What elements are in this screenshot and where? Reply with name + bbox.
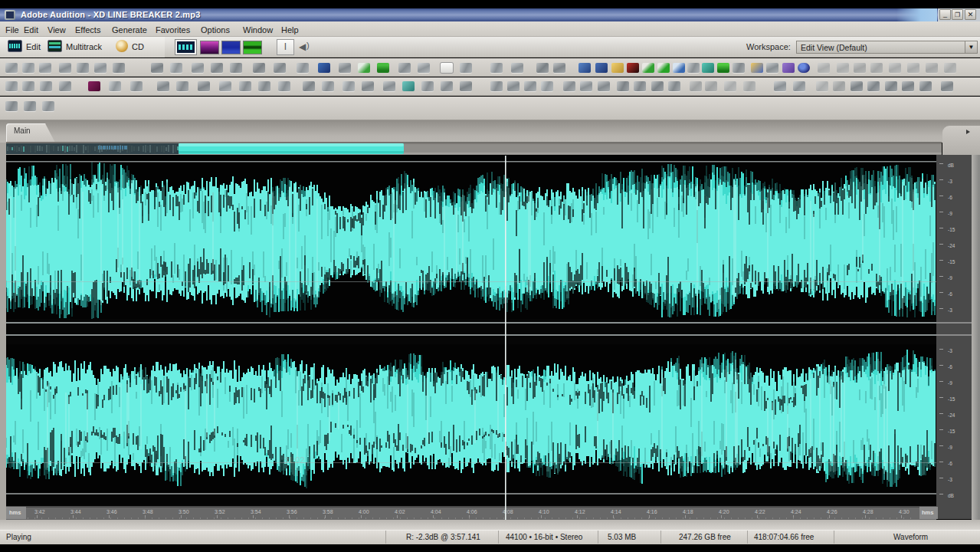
- svg-text:4:02: 4:02: [395, 509, 405, 514]
- svg-text:dB: dB: [948, 493, 954, 498]
- svg-text:-3: -3: [948, 179, 952, 184]
- svg-text:3:48: 3:48: [143, 509, 153, 514]
- svg-text:3:50: 3:50: [179, 509, 189, 514]
- svg-text:-24: -24: [948, 412, 955, 418]
- svg-text:-15: -15: [948, 227, 955, 232]
- svg-text:3:52: 3:52: [215, 509, 225, 514]
- svg-text:3:58: 3:58: [323, 509, 333, 514]
- svg-text:4:08: 4:08: [503, 509, 513, 514]
- svg-text:3:54: 3:54: [251, 509, 261, 514]
- svg-text:4:22: 4:22: [755, 509, 765, 514]
- svg-text:-3: -3: [948, 477, 952, 482]
- svg-text:-15: -15: [948, 259, 955, 264]
- svg-text:hms: hms: [922, 509, 933, 516]
- svg-text:3:44: 3:44: [70, 509, 81, 514]
- svg-text:3:56: 3:56: [287, 509, 297, 514]
- svg-text:4:00: 4:00: [359, 509, 369, 514]
- svg-text:-9: -9: [948, 380, 952, 386]
- svg-text:-3: -3: [948, 307, 952, 313]
- svg-text:-6: -6: [948, 195, 952, 200]
- svg-text:3:46: 3:46: [107, 509, 117, 514]
- svg-text:4:26: 4:26: [827, 509, 837, 514]
- svg-text:-9: -9: [948, 275, 952, 281]
- svg-text:31:02: 31:02: [284, 455, 305, 465]
- svg-text:-6: -6: [948, 291, 952, 297]
- svg-text:-15: -15: [948, 429, 955, 434]
- svg-text:4:18: 4:18: [683, 509, 693, 514]
- svg-text:4:30: 4:30: [899, 509, 910, 514]
- svg-text:-3: -3: [948, 348, 952, 353]
- svg-text:-15: -15: [948, 396, 955, 402]
- svg-text:4:10: 4:10: [539, 509, 549, 514]
- svg-text:4:12: 4:12: [575, 509, 585, 514]
- svg-text:-6: -6: [948, 364, 952, 370]
- svg-text:4:24: 4:24: [791, 509, 801, 514]
- svg-text:4:06: 4:06: [467, 509, 477, 514]
- svg-text:4:14: 4:14: [611, 509, 621, 514]
- svg-text:-24: -24: [948, 243, 955, 248]
- svg-text:hms: hms: [9, 509, 21, 516]
- svg-text:4:20: 4:20: [719, 509, 729, 514]
- svg-text:4:04: 4:04: [431, 509, 441, 514]
- svg-text:-9: -9: [948, 211, 952, 216]
- svg-text:4:16: 4:16: [647, 509, 657, 514]
- svg-text:-6: -6: [948, 461, 952, 466]
- svg-text:dB: dB: [948, 163, 954, 168]
- svg-text:3:42: 3:42: [34, 509, 45, 514]
- svg-text:4:28: 4:28: [863, 509, 873, 514]
- svg-text:-9: -9: [948, 445, 952, 450]
